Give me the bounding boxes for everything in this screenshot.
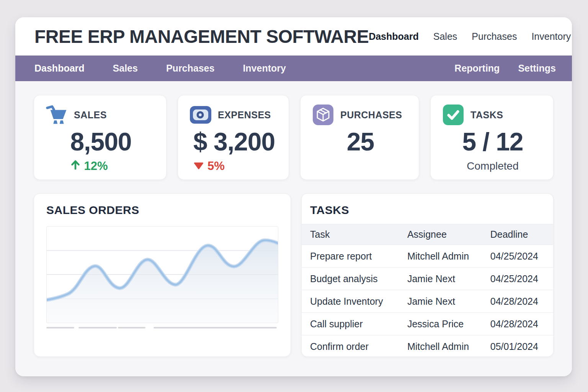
topnav-item-purchases[interactable]: Purchases — [472, 31, 517, 42]
task-cell: Budget analysis — [302, 273, 407, 284]
kpi-expenses-header: EXPENSES — [189, 104, 279, 126]
deadline-cell: 04/28/2024 — [490, 296, 553, 307]
dashboard-content: SALES 8,500 12% — [15, 81, 572, 376]
kpi-tasks-value: 5 / 12 — [462, 129, 523, 155]
app-title: FREE ERP MANAGEMENT SOFTWARE — [34, 26, 369, 47]
column-header-task: Task — [302, 229, 407, 240]
kpi-expenses-delta: 5% — [193, 159, 225, 173]
sales-orders-panel: SALES ORDERS — [34, 193, 291, 357]
assignee-cell: Jessica Price — [407, 318, 490, 330]
assignee-cell: Mitchell Admin — [407, 341, 490, 352]
task-cell: Confirm order — [302, 341, 407, 352]
kpi-card-purchases[interactable]: PURCHASES 25 — [300, 95, 419, 180]
kpi-sales-delta: 12% — [70, 159, 108, 173]
app-window: FREE ERP MANAGEMENT SOFTWARE Dashboard S… — [15, 17, 572, 376]
main-menu-bar: Dashboard Sales Purchases Inventory Repo… — [15, 56, 572, 81]
kpi-card-sales[interactable]: SALES 8,500 12% — [34, 95, 167, 180]
table-row[interactable]: Confirm order Mitchell Admin 05/01/2024 — [302, 335, 553, 357]
tasks-title: TASKS — [310, 204, 545, 217]
sales-orders-chart — [46, 226, 278, 323]
deadline-cell: 05/01/2024 — [490, 341, 553, 352]
menu-item-inventory[interactable]: Inventory — [243, 63, 286, 74]
kpi-cards-row: SALES 8,500 12% — [34, 95, 554, 180]
kpi-sales-delta-value: 12% — [84, 159, 108, 173]
triangle-down-icon — [193, 159, 204, 173]
column-header-assignee: Assignee — [407, 229, 490, 240]
menu-item-dashboard[interactable]: Dashboard — [34, 63, 85, 74]
menu-item-purchases[interactable]: Purchases — [166, 63, 214, 74]
cash-icon — [189, 106, 212, 124]
task-cell: Call supplier — [302, 318, 407, 330]
task-cell: Prepare report — [302, 251, 407, 262]
panels-row: SALES ORDERS — [34, 193, 554, 357]
top-nav: Dashboard Sales Purchases Inventory — [369, 31, 571, 42]
table-row[interactable]: Update Inventory Jamie Next 04/28/2024 — [302, 290, 553, 312]
deadline-cell: 04/28/2024 — [490, 318, 553, 330]
kpi-sales-label: SALES — [74, 109, 107, 121]
kpi-expenses-label: EXPENSES — [218, 109, 271, 121]
assignee-cell: Jamie Next — [407, 273, 490, 284]
kpi-card-expenses[interactable]: EXPENSES $ 3,200 5% — [178, 95, 289, 180]
cart-icon — [46, 104, 68, 126]
assignee-cell: Jamie Next — [407, 296, 490, 307]
kpi-card-tasks[interactable]: TASKS 5 / 12 Completed — [430, 95, 554, 180]
task-cell: Update Inventory — [302, 296, 407, 307]
kpi-purchases-value: 25 — [347, 129, 374, 155]
sales-orders-title: SALES ORDERS — [46, 204, 278, 217]
topnav-item-sales[interactable]: Sales — [433, 31, 457, 42]
arrow-up-icon — [70, 159, 80, 173]
deadline-cell: 04/25/2024 — [490, 251, 553, 262]
package-icon — [312, 105, 334, 125]
kpi-purchases-label: PURCHASES — [340, 109, 402, 121]
menu-right-group: Reporting Settings — [454, 63, 556, 74]
top-header: FREE ERP MANAGEMENT SOFTWARE Dashboard S… — [15, 17, 572, 56]
kpi-tasks-sub: Completed — [467, 160, 518, 172]
menu-left-group: Dashboard Sales Purchases Inventory — [34, 63, 286, 74]
tasks-table: Task Assignee Deadline Prepare report Mi… — [302, 224, 553, 357]
tasks-panel: TASKS Task Assignee Deadline Prepare rep… — [301, 193, 554, 357]
topnav-item-inventory[interactable]: Inventory — [531, 31, 571, 42]
kpi-sales-value: 8,500 — [70, 129, 131, 155]
deadline-cell: 04/25/2024 — [490, 273, 553, 284]
kpi-expenses-value: $ 3,200 — [193, 129, 275, 155]
column-header-deadline: Deadline — [490, 229, 553, 240]
kpi-expenses-delta-value: 5% — [207, 159, 225, 173]
tasks-table-header: Task Assignee Deadline — [302, 224, 553, 245]
kpi-tasks-header: TASKS — [442, 104, 543, 126]
topnav-item-dashboard[interactable]: Dashboard — [369, 31, 419, 42]
kpi-tasks-label: TASKS — [470, 109, 503, 121]
assignee-cell: Mitchell Admin — [407, 251, 490, 262]
menu-item-sales[interactable]: Sales — [113, 63, 138, 74]
kpi-purchases-header: PURCHASES — [312, 104, 409, 126]
table-row[interactable]: Call supplier Jessica Price 04/28/2024 — [302, 312, 553, 335]
table-row[interactable]: Prepare report Mitchell Admin 04/25/2024 — [302, 245, 553, 267]
kpi-sales-header: SALES — [46, 104, 156, 126]
menu-item-settings[interactable]: Settings — [518, 63, 556, 74]
check-icon — [442, 105, 464, 125]
x-axis-labels-blurred — [46, 327, 278, 329]
table-row[interactable]: Budget analysis Jamie Next 04/25/2024 — [302, 267, 553, 290]
menu-item-reporting[interactable]: Reporting — [454, 63, 500, 74]
